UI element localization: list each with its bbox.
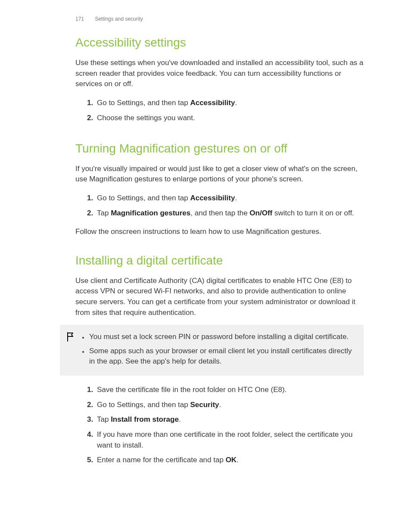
- step-item: If you have more than one certificate in…: [95, 427, 364, 453]
- step-text: Go to Settings, and then tap: [97, 194, 190, 202]
- document-page: 171 Settings and security Accessibility …: [0, 0, 411, 500]
- ui-label: Security: [190, 401, 219, 409]
- note-list: You must set a lock screen PIN or passwo…: [81, 331, 353, 370]
- steps-list: Go to Settings, and then tap Accessibili…: [75, 191, 364, 221]
- step-text: Enter a name for the certificate and tap: [97, 456, 226, 464]
- note-box: You must set a lock screen PIN or passwo…: [60, 325, 364, 376]
- outro-paragraph: Follow the onscreen instructions to lear…: [75, 227, 364, 237]
- intro-paragraph: Use client and Certificate Authority (CA…: [75, 276, 364, 318]
- step-text: Go to Settings, and then tap: [97, 99, 190, 107]
- note-item: You must set a lock screen PIN or passwo…: [88, 331, 353, 345]
- intro-paragraph: Use these settings when you've downloade…: [75, 58, 364, 90]
- step-text: .: [235, 194, 237, 202]
- running-header: 171 Settings and security: [75, 16, 364, 23]
- ui-label: Install from storage: [111, 415, 179, 423]
- step-item: Enter a name for the certificate and tap…: [95, 453, 364, 468]
- step-item: Save the certificate file in the root fo…: [95, 383, 364, 398]
- step-item: Go to Settings, and then tap Accessibili…: [95, 191, 364, 206]
- step-text: .: [219, 401, 221, 409]
- step-text: .: [237, 456, 239, 464]
- flag-icon: [60, 331, 81, 342]
- intro-paragraph: If you're visually impaired or would jus…: [75, 164, 364, 185]
- step-item: Tap Magnification gestures, and then tap…: [95, 206, 364, 221]
- step-item: Choose the settings you want.: [95, 111, 364, 126]
- ui-label: Accessibility: [190, 99, 235, 107]
- heading-magnification-gestures: Turning Magnification gestures on or off: [75, 140, 364, 158]
- note-item: Some apps such as your browser or email …: [88, 345, 353, 370]
- step-item: Go to Settings, and then tap Security.: [95, 398, 364, 413]
- section-name: Settings and security: [95, 16, 143, 22]
- step-item: Tap Install from storage.: [95, 412, 364, 427]
- step-text: .: [235, 99, 237, 107]
- ui-label: Accessibility: [190, 194, 235, 202]
- step-text: Go to Settings, and then tap: [97, 401, 190, 409]
- step-text: switch to turn it on or off.: [272, 209, 354, 217]
- step-text: , and then tap the: [190, 209, 249, 217]
- ui-label: OK: [226, 456, 237, 464]
- step-item: Go to Settings, and then tap Accessibili…: [95, 96, 364, 111]
- step-text: .: [179, 415, 181, 423]
- steps-list: Go to Settings, and then tap Accessibili…: [75, 96, 364, 125]
- step-text: Tap: [97, 415, 111, 423]
- page-number: 171: [75, 16, 84, 23]
- steps-list: Save the certificate file in the root fo…: [75, 383, 364, 468]
- step-text: Tap: [97, 209, 111, 217]
- ui-label: On/Off: [249, 209, 272, 217]
- ui-label: Magnification gestures: [111, 209, 190, 217]
- heading-digital-certificate: Installing a digital certificate: [75, 252, 364, 270]
- heading-accessibility-settings: Accessibility settings: [75, 34, 364, 52]
